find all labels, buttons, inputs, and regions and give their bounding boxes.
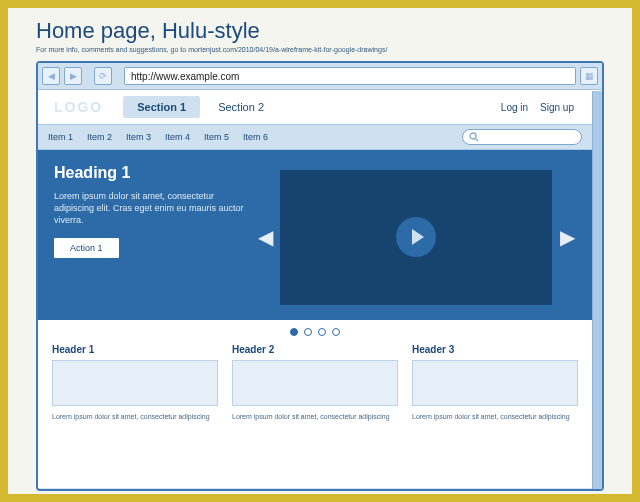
page-title: Home page, Hulu-style bbox=[8, 8, 632, 46]
nav-item-2[interactable]: Item 2 bbox=[87, 129, 112, 145]
nav-item-6[interactable]: Item 6 bbox=[243, 129, 268, 145]
carousel-next-button[interactable]: ▶ bbox=[558, 225, 576, 249]
pagination-dots bbox=[38, 320, 592, 340]
hero: Heading 1 Lorem ipsum dolor sit amet, co… bbox=[38, 150, 592, 320]
card-2: Header 2 Lorem ipsum dolor sit amet, con… bbox=[232, 344, 398, 421]
card-1: Header 1 Lorem ipsum dolor sit amet, con… bbox=[52, 344, 218, 421]
page-subtitle: For more info, comments and suggestions,… bbox=[8, 46, 632, 61]
auth-links: Log in Sign up bbox=[501, 102, 582, 113]
card-header: Header 2 bbox=[232, 344, 398, 355]
play-button[interactable] bbox=[396, 217, 436, 257]
dot-1[interactable] bbox=[290, 328, 298, 336]
signup-link[interactable]: Sign up bbox=[540, 102, 574, 113]
card-header: Header 1 bbox=[52, 344, 218, 355]
card-image[interactable] bbox=[232, 360, 398, 406]
site-viewport: LOGO Section 1 Section 2 Log in Sign up … bbox=[38, 90, 602, 488]
url-input[interactable] bbox=[124, 67, 576, 85]
back-button[interactable]: ◀ bbox=[42, 67, 60, 85]
dot-4[interactable] bbox=[332, 328, 340, 336]
hero-body: Lorem ipsum dolor sit amet, consectetur … bbox=[54, 190, 244, 226]
hero-action-button[interactable]: Action 1 bbox=[54, 238, 119, 258]
search-input[interactable] bbox=[462, 129, 582, 145]
svg-line-1 bbox=[475, 138, 478, 141]
nav-bar: Item 1 Item 2 Item 3 Item 4 Item 5 Item … bbox=[38, 124, 592, 150]
card-header: Header 3 bbox=[412, 344, 578, 355]
card-body: Lorem ipsum dolor sit amet, consectetur … bbox=[52, 412, 218, 421]
hero-media: ◀ ▶ bbox=[256, 164, 576, 310]
cards-row: Header 1 Lorem ipsum dolor sit amet, con… bbox=[38, 340, 592, 431]
dot-3[interactable] bbox=[318, 328, 326, 336]
login-link[interactable]: Log in bbox=[501, 102, 528, 113]
nav-item-5[interactable]: Item 5 bbox=[204, 129, 229, 145]
logo: LOGO bbox=[48, 97, 109, 117]
nav-item-1[interactable]: Item 1 bbox=[48, 129, 73, 145]
scrollbar[interactable] bbox=[592, 91, 602, 489]
card-image[interactable] bbox=[412, 360, 578, 406]
card-body: Lorem ipsum dolor sit amet, consectetur … bbox=[232, 412, 398, 421]
nav-item-3[interactable]: Item 3 bbox=[126, 129, 151, 145]
svg-point-0 bbox=[470, 133, 476, 139]
card-body: Lorem ipsum dolor sit amet, consectetur … bbox=[412, 412, 578, 421]
play-icon bbox=[412, 229, 424, 245]
browser-toolbar: ◀ ▶ ⟳ ▦ bbox=[38, 63, 602, 90]
section-tab-1[interactable]: Section 1 bbox=[123, 96, 200, 118]
site-header: LOGO Section 1 Section 2 Log in Sign up bbox=[38, 90, 592, 124]
section-tab-2[interactable]: Section 2 bbox=[204, 96, 278, 118]
video-box[interactable] bbox=[280, 170, 552, 305]
forward-button[interactable]: ▶ bbox=[64, 67, 82, 85]
carousel-prev-button[interactable]: ◀ bbox=[256, 225, 274, 249]
card-3: Header 3 Lorem ipsum dolor sit amet, con… bbox=[412, 344, 578, 421]
hero-heading: Heading 1 bbox=[54, 164, 244, 182]
nav-item-4[interactable]: Item 4 bbox=[165, 129, 190, 145]
search-icon bbox=[469, 132, 479, 142]
dot-2[interactable] bbox=[304, 328, 312, 336]
reload-button[interactable]: ⟳ bbox=[94, 67, 112, 85]
card-image[interactable] bbox=[52, 360, 218, 406]
section-tabs: Section 1 Section 2 bbox=[123, 96, 278, 118]
browser-window: ◀ ▶ ⟳ ▦ LOGO Section 1 Section 2 Log in … bbox=[36, 61, 604, 491]
toolbar-extra-button[interactable]: ▦ bbox=[580, 67, 598, 85]
